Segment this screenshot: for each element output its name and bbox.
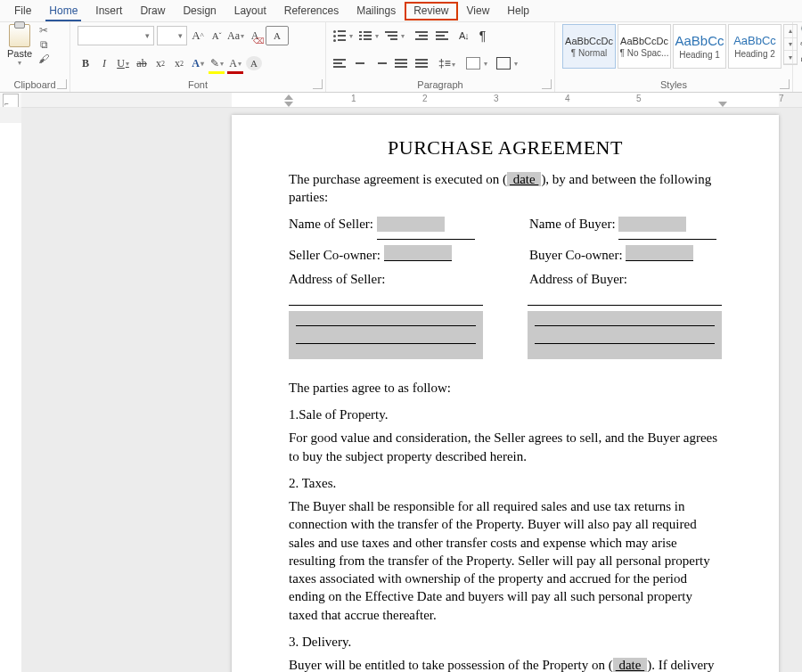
group-editing: 🔍Find ᵃ↔Repl ▭Sele Editin (793, 22, 802, 92)
decrease-indent-icon[interactable] (415, 31, 428, 40)
group-label-paragraph: Paragraph (333, 79, 547, 92)
page: PURCHASE AGREEMENT The purchase agreemen… (232, 115, 779, 672)
style-heading1[interactable]: AaBbCc Heading 1 (673, 24, 726, 69)
buyer-name-field[interactable] (618, 217, 686, 232)
subscript-button[interactable]: x2 (152, 54, 168, 72)
highlight-button[interactable]: ✎▾ (209, 54, 225, 72)
distributed-icon[interactable] (415, 59, 428, 68)
section-1-head: 1.Sale of Property. (289, 406, 722, 423)
increase-indent-icon[interactable] (436, 31, 448, 40)
seller-name-label: Name of Seller: (289, 215, 373, 233)
seller-address-label: Address of Seller: (289, 270, 385, 288)
italic-button[interactable]: I (96, 54, 112, 72)
styles-dialog-launcher[interactable] (780, 79, 790, 89)
menu-tabs: File Home Insert Draw Design Layout Refe… (0, 0, 802, 22)
tab-draw[interactable]: Draw (131, 2, 174, 20)
text-effects-icon[interactable]: A▾ (190, 54, 206, 72)
intro-paragraph: The purchase agreement is executed on ( … (289, 170, 722, 207)
underline-button[interactable]: U▾ (115, 54, 131, 72)
superscript-button[interactable]: x2 (171, 54, 187, 72)
buyer-coowner-label: Buyer Co-owner: (529, 246, 623, 264)
group-label-font: Font (78, 79, 318, 92)
character-border-icon[interactable]: A (266, 26, 289, 45)
font-name-combo[interactable]: ▾ (78, 26, 154, 45)
page-content[interactable]: PURCHASE AGREEMENT The purchase agreemen… (232, 115, 779, 672)
change-case-icon[interactable]: Aa▾ (227, 27, 244, 45)
sort-icon[interactable]: A↓ (459, 30, 469, 41)
seller-coowner-field[interactable] (384, 245, 452, 261)
delivery-date-field[interactable]: date (613, 658, 647, 672)
section-2-body: The Buyer shall be responsible for all r… (289, 497, 722, 624)
section-1-body: For good value and consideration, the Se… (289, 429, 722, 465)
font-dialog-launcher[interactable] (313, 79, 323, 89)
buyer-coowner-field[interactable] (626, 245, 693, 261)
align-center-icon[interactable] (354, 59, 366, 68)
document-viewport[interactable]: PURCHASE AGREEMENT The purchase agreemen… (21, 107, 802, 672)
align-justify-icon[interactable] (395, 59, 407, 68)
bold-button[interactable]: B (78, 54, 94, 72)
section-2-head: 2. Taxes. (289, 474, 722, 492)
tab-home[interactable]: Home (40, 2, 86, 20)
doc-title: PURCHASE AGREEMENT (289, 135, 722, 161)
section-3-head: 3. Delivery. (289, 633, 722, 651)
paragraph-dialog-launcher[interactable] (542, 79, 552, 89)
date-field[interactable]: date (507, 172, 541, 186)
paste-button[interactable]: Paste ▾ (7, 24, 32, 67)
group-styles: AaBbCcDc ¶ Normal AaBbCcDc ¶ No Spac... … (555, 22, 793, 92)
group-label-clipboard: Clipboard (7, 79, 62, 92)
vertical-ruler[interactable] (0, 107, 22, 672)
paste-label: Paste (7, 48, 32, 59)
group-clipboard: Paste ▾ ✂ ⧉ 🖌 Clipboard (0, 22, 70, 92)
font-size-combo[interactable]: ▾ (157, 26, 187, 45)
borders-icon[interactable] (496, 57, 511, 70)
style-heading2[interactable]: AaBbCc Heading 2 (728, 24, 782, 69)
numbering-icon[interactable] (359, 31, 372, 40)
shrink-font-icon[interactable]: Aˇ (209, 27, 225, 45)
group-paragraph: ▾ ▾ ▾ A↓ ¶ ‡≡▾ ▾ (326, 22, 555, 92)
cut-icon[interactable]: ✂ (37, 24, 50, 37)
tab-view[interactable]: View (458, 2, 499, 20)
tab-references[interactable]: References (275, 2, 348, 20)
style-normal[interactable]: AaBbCcDc ¶ Normal (562, 24, 616, 69)
style-no-spacing[interactable]: AaBbCcDc ¶ No Spac... (618, 24, 671, 69)
group-font: ▾ ▾ A^ Aˇ Aa▾ A⌫ A B I U▾ ab x2 x2 A▾ ✎▾… (70, 22, 326, 92)
align-left-icon[interactable] (333, 59, 346, 68)
tab-design[interactable]: Design (174, 2, 225, 20)
paste-icon (9, 24, 30, 47)
tab-mailings[interactable]: Mailings (348, 2, 405, 20)
clear-formatting-icon[interactable]: A⌫ (247, 27, 263, 45)
line-spacing-icon[interactable]: ‡≡▾ (438, 57, 455, 70)
font-color-button[interactable]: A▾ (227, 54, 243, 72)
buyer-address-label: Address of Buyer: (529, 270, 627, 288)
group-label-styles: Styles (562, 79, 785, 92)
grow-font-icon[interactable]: A^ (190, 27, 206, 45)
tab-review[interactable]: Review (405, 2, 457, 20)
bullets-icon[interactable] (333, 30, 346, 42)
buyer-address-field[interactable] (528, 311, 722, 359)
tab-insert[interactable]: Insert (86, 2, 131, 20)
shading-icon[interactable] (466, 57, 480, 70)
copy-icon[interactable]: ⧉ (37, 38, 50, 51)
tab-file[interactable]: File (5, 2, 40, 20)
multilevel-list-icon[interactable] (385, 31, 397, 40)
seller-coowner-label: Seller Co-owner: (289, 246, 381, 264)
format-painter-icon[interactable]: 🖌 (37, 53, 50, 65)
agree-line: The parties agree to as follow: (289, 379, 722, 397)
ribbon: Paste ▾ ✂ ⧉ 🖌 Clipboard ▾ ▾ A^ Aˇ Aa▾ A⌫ (0, 22, 802, 93)
section-3-body: Buyer will be entitled to take possessio… (289, 656, 722, 672)
clipboard-dialog-launcher[interactable] (57, 79, 67, 89)
enclose-characters-icon[interactable]: A (246, 56, 262, 70)
strikethrough-button[interactable]: ab (134, 54, 150, 72)
tab-help[interactable]: Help (498, 2, 538, 20)
align-right-icon[interactable] (374, 59, 387, 68)
show-marks-icon[interactable]: ¶ (479, 29, 487, 43)
tab-layout[interactable]: Layout (225, 2, 275, 20)
seller-name-field[interactable] (377, 217, 445, 232)
seller-address-field[interactable] (289, 311, 483, 359)
buyer-name-label: Name of Buyer: (529, 215, 616, 233)
